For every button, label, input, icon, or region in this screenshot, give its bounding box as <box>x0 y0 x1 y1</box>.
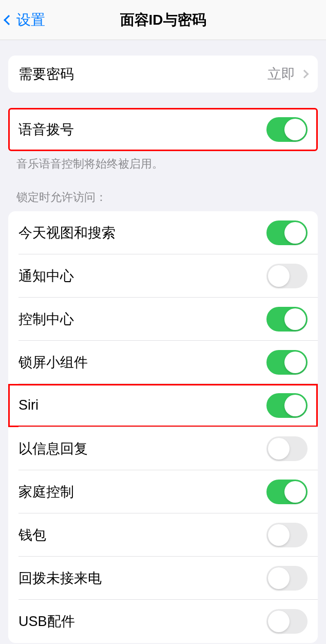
toggle-knob <box>284 222 306 244</box>
lock-access-toggle[interactable] <box>266 523 308 547</box>
voice-dial-footer: 音乐语音控制将始终被启用。 <box>0 151 326 177</box>
lock-access-group: 今天视图和搜索通知中心控制中心锁屏小组件Siri以信息回复家庭控制钱包回拨未接来… <box>8 211 318 643</box>
require-passcode-label: 需要密码 <box>18 65 74 83</box>
lock-access-row: 控制中心 <box>8 298 318 341</box>
lock-access-toggle[interactable] <box>266 307 308 332</box>
lock-access-label: 回拨未接来电 <box>18 569 102 587</box>
content: 需要密码 立即 语音拨号 音乐语音控制将始终被启用。 锁定时允许访问： 今天视图… <box>0 56 326 644</box>
lock-access-row: 通知中心 <box>8 254 318 298</box>
require-passcode-group: 需要密码 立即 <box>8 56 318 93</box>
voice-dial-toggle[interactable] <box>266 117 308 142</box>
toggle-knob <box>284 119 306 140</box>
lock-access-toggle[interactable] <box>266 566 308 591</box>
voice-dial-row: 语音拨号 <box>8 108 318 151</box>
toggle-knob <box>284 481 306 503</box>
toggle-knob <box>284 395 306 416</box>
chevron-right-icon <box>300 70 309 79</box>
voice-dial-group: 语音拨号 <box>8 108 318 151</box>
toggle-knob <box>268 567 290 589</box>
require-passcode-value: 立即 <box>267 65 295 83</box>
toggle-knob <box>268 611 290 632</box>
toggle-knob <box>284 308 306 330</box>
toggle-knob <box>268 524 290 546</box>
lock-access-label: 今天视图和搜索 <box>18 224 116 242</box>
row-right: 立即 <box>267 65 308 83</box>
lock-access-label: 家庭控制 <box>18 483 74 501</box>
lock-access-toggle[interactable] <box>266 480 308 504</box>
voice-dial-label: 语音拨号 <box>18 120 74 139</box>
lock-section-header: 锁定时允许访问： <box>0 177 326 209</box>
toggle-knob <box>268 265 290 287</box>
lock-access-label: 钱包 <box>18 526 46 544</box>
lock-access-row: 家庭控制 <box>8 470 318 513</box>
back-label: 设置 <box>16 10 45 30</box>
page-title: 面容ID与密码 <box>0 10 326 30</box>
navigation-header: 设置 面容ID与密码 <box>0 0 326 40</box>
lock-access-row: 锁屏小组件 <box>8 341 318 384</box>
lock-access-label: USB配件 <box>18 612 75 631</box>
lock-access-label: 控制中心 <box>18 310 74 328</box>
lock-access-toggle[interactable] <box>266 609 308 634</box>
lock-access-row: 以信息回复 <box>8 427 318 470</box>
lock-access-toggle[interactable] <box>266 436 308 461</box>
lock-access-toggle[interactable] <box>266 264 308 288</box>
lock-access-label: 通知中心 <box>18 267 74 285</box>
lock-access-toggle[interactable] <box>266 220 308 245</box>
toggle-knob <box>268 438 290 459</box>
toggle-knob <box>284 352 306 373</box>
lock-access-row: 今天视图和搜索 <box>8 211 318 254</box>
lock-access-row: 回拨未接来电 <box>8 557 318 600</box>
lock-access-row: Siri <box>8 384 318 427</box>
lock-access-toggle[interactable] <box>266 350 308 375</box>
lock-access-label: 锁屏小组件 <box>18 353 88 372</box>
lock-access-toggle[interactable] <box>266 393 308 418</box>
lock-access-label: 以信息回复 <box>18 439 88 458</box>
lock-access-row: USB配件 <box>8 600 318 643</box>
back-button[interactable]: 设置 <box>0 10 45 30</box>
require-passcode-row[interactable]: 需要密码 立即 <box>8 56 318 93</box>
lock-access-row: 钱包 <box>8 513 318 557</box>
lock-access-label: Siri <box>18 397 39 413</box>
chevron-left-icon <box>4 15 14 25</box>
